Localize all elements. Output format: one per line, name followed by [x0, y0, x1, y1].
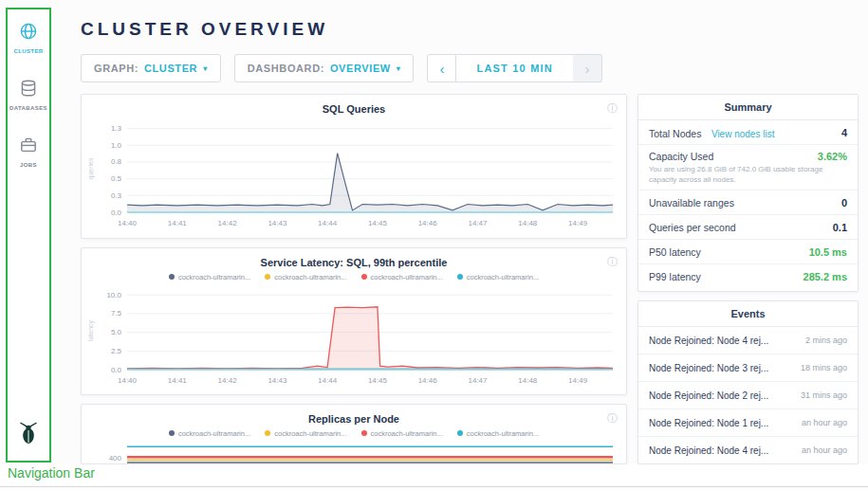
info-icon[interactable]: ⓘ [607, 411, 618, 426]
event-row[interactable]: Node Rejoined: Node 4 rej... an hour ago [638, 437, 858, 464]
summary-row-label: Unavailable ranges [649, 197, 734, 209]
svg-text:queries: queries [87, 157, 95, 179]
time-range-prev-button[interactable]: ‹ [427, 54, 456, 82]
events-panel: Events Node Rejoined: Node 4 rej... 2 mi… [637, 300, 859, 464]
view-nodes-list-link[interactable]: View nodes list [711, 129, 775, 139]
legend-label: cockroach-ultramarin... [178, 273, 250, 281]
briefcase-icon [19, 136, 38, 158]
svg-text:14:42: 14:42 [218, 219, 238, 227]
legend-dot-icon [361, 430, 367, 436]
events-panel-title: Events [638, 301, 858, 327]
capacity-subtext: You are using 26.8 GiB of 742.0 GiB usab… [649, 165, 847, 186]
graph-dropdown-value: CLUSTER [144, 63, 197, 74]
chart-plot: 0.02.55.07.510.0latency14:4014:4114:4214… [82, 286, 626, 389]
svg-text:14:47: 14:47 [468, 219, 488, 227]
legend-label: cockroach-ultramarin... [274, 273, 346, 281]
svg-text:7.5: 7.5 [111, 309, 122, 318]
summary-row-label: Queries per second [649, 222, 736, 233]
summary-row-value: 10.5 ms [809, 246, 847, 258]
legend-item[interactable]: cockroach-ultramarin... [169, 272, 250, 281]
chart-title: Replicas per Node [82, 405, 626, 425]
svg-text:14:47: 14:47 [468, 376, 488, 385]
info-icon[interactable]: ⓘ [607, 255, 618, 269]
svg-text:14:40: 14:40 [118, 376, 138, 385]
event-row[interactable]: Node Rejoined: Node 2 rej... 31 mins ago [638, 382, 858, 409]
chevron-left-icon: ‹ [439, 61, 444, 77]
svg-text:10.0: 10.0 [106, 291, 121, 299]
event-row[interactable]: Node Rejoined: Node 3 rej... 18 mins ago [638, 354, 858, 382]
chart-legend: cockroach-ultramarin...cockroach-ultrama… [82, 272, 626, 281]
svg-text:400: 400 [109, 454, 122, 463]
time-range-next-button[interactable]: › [573, 54, 602, 82]
event-row[interactable]: Node Rejoined: Node 4 rej... 2 mins ago [638, 327, 858, 354]
legend-item[interactable]: cockroach-ultramarin... [361, 272, 443, 281]
legend-item[interactable]: cockroach-ultramarin... [457, 428, 539, 438]
svg-text:14:49: 14:49 [568, 219, 588, 227]
cockroachdb-admin-ui: CLUSTER DATABASES [0, 0, 868, 464]
svg-text:1.0: 1.0 [111, 141, 122, 150]
dashboard-dropdown-value: OVERVIEW [330, 63, 391, 74]
legend-dot-icon [169, 430, 175, 436]
graph-dropdown[interactable]: GRAPH: CLUSTER ▾ [81, 54, 221, 82]
svg-text:latency: latency [87, 319, 95, 341]
chart-title: SQL Queries [82, 95, 626, 115]
event-time: 18 mins ago [801, 363, 847, 372]
svg-text:2.5: 2.5 [111, 347, 122, 355]
legend-item[interactable]: cockroach-ultramarin... [169, 428, 250, 438]
event-time: 31 mins ago [801, 390, 847, 400]
legend-item[interactable]: cockroach-ultramarin... [265, 272, 346, 281]
sidebar-item-cluster[interactable]: CLUSTER [13, 22, 43, 54]
summary-row-value: 0.1 [833, 222, 847, 233]
page-title: CLUSTER OVERVIEW [81, 19, 328, 40]
navigation-bar: CLUSTER DATABASES [6, 8, 51, 463]
chart-plot: 0.00.30.50.81.01.3queries14:4014:4114:42… [82, 119, 626, 233]
capacity-label: Capacity Used [649, 151, 713, 162]
legend-label: cockroach-ultramarin... [467, 429, 539, 438]
cockroachdb-logo-icon[interactable] [17, 421, 40, 449]
svg-text:0.5: 0.5 [111, 174, 122, 183]
svg-text:0.8: 0.8 [111, 157, 122, 166]
event-text: Node Rejoined: Node 3 rej... [649, 363, 768, 373]
svg-text:14:41: 14:41 [168, 376, 188, 385]
sidebar-item-label: CLUSTER [13, 48, 43, 54]
event-time: 2 mins ago [805, 336, 847, 345]
legend-item[interactable]: cockroach-ultramarin... [265, 428, 346, 438]
chart-card-service-latency: Service Latency: SQL, 99th percentile ⓘ … [81, 247, 627, 395]
sidebar-item-jobs[interactable]: JOBS [19, 136, 38, 168]
legend-item[interactable]: cockroach-ultramarin... [457, 272, 539, 281]
cluster-globe-icon [19, 22, 38, 45]
sidebar-item-databases[interactable]: DATABASES [9, 79, 47, 111]
legend-item[interactable]: cockroach-ultramarin... [361, 428, 443, 438]
dashboard-controls: GRAPH: CLUSTER ▾ DASHBOARD: OVERVIEW ▾ ‹… [81, 54, 602, 82]
capacity-value: 3.62% [818, 151, 847, 162]
dashboard-dropdown[interactable]: DASHBOARD: OVERVIEW ▾ [234, 54, 415, 82]
summary-panel-title: Summary [638, 95, 858, 120]
event-time: an hour ago [802, 418, 847, 427]
event-text: Node Rejoined: Node 4 rej... [649, 336, 768, 346]
summary-row-capacity: Capacity Used 3.62% You are using 26.8 G… [638, 145, 858, 191]
svg-text:14:48: 14:48 [518, 376, 538, 385]
annotation-caption: Navigation Bar [8, 465, 95, 481]
summary-row-total-nodes: Total Nodes View nodes list 4 [638, 120, 858, 145]
total-nodes-label: Total Nodes [649, 128, 701, 139]
legend-dot-icon [265, 430, 270, 436]
svg-text:14:43: 14:43 [268, 376, 287, 385]
legend-label: cockroach-ultramarin... [467, 273, 539, 281]
legend-dot-icon [265, 274, 270, 280]
time-range-value[interactable]: LAST 10 MIN [456, 54, 572, 82]
svg-text:14:49: 14:49 [568, 376, 588, 385]
chart-card-replicas-per-node: Replicas per Node ⓘ cockroach-ultramarin… [81, 404, 627, 464]
summary-row-label: P50 latency [649, 246, 701, 258]
svg-text:14:43: 14:43 [268, 219, 287, 227]
event-row[interactable]: Node Rejoined: Node 1 rej... an hour ago [638, 409, 858, 437]
event-time: an hour ago [802, 445, 847, 455]
chart-card-sql-queries: SQL Queries ⓘ 0.00.30.50.81.01.3queries1… [81, 94, 627, 239]
legend-dot-icon [361, 274, 367, 280]
summary-panel: Summary Total Nodes View nodes list 4 Ca… [637, 94, 859, 292]
legend-label: cockroach-ultramarin... [371, 429, 443, 438]
info-icon[interactable]: ⓘ [607, 101, 618, 116]
svg-text:14:44: 14:44 [318, 376, 338, 385]
legend-dot-icon [457, 274, 463, 280]
chart-legend: cockroach-ultramarin...cockroach-ultrama… [82, 428, 626, 438]
summary-row-value: 0 [841, 197, 847, 209]
